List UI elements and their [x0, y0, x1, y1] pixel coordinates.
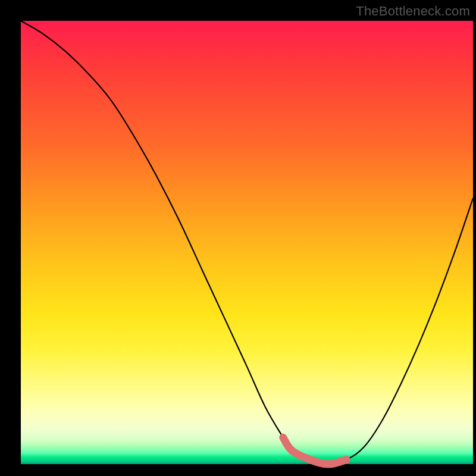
plot-area [21, 21, 473, 464]
chart-frame: TheBottleneck.com [0, 0, 476, 476]
watermark-text: TheBottleneck.com [356, 4, 470, 19]
curve-svg [21, 21, 473, 464]
highlight-band [283, 437, 346, 464]
black-curve [21, 21, 473, 464]
